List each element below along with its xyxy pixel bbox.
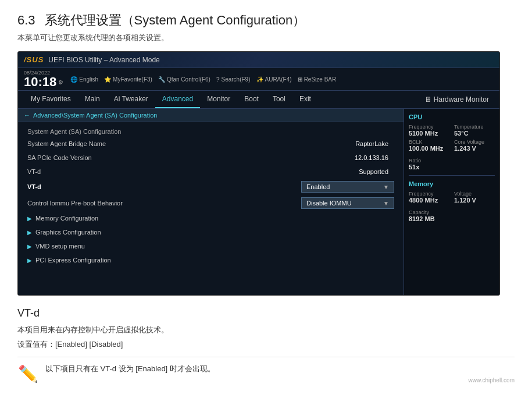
memory-stats-grid: Frequency 4800 MHz Voltage 1.120 V — [409, 191, 495, 204]
iommu-label: Control Iommu Pre-boot Behavior — [27, 200, 144, 207]
menu-row-pcie-version: SA PCIe Code Version 12.0.133.16 — [18, 151, 404, 165]
nav-boot[interactable]: Boot — [237, 91, 266, 108]
bridge-name-value: RaptorLake — [355, 140, 394, 147]
iommu-dropdown[interactable]: Disable IOMMU ▼ — [301, 197, 394, 209]
cpu-ratio-container: Ratio 51x — [409, 158, 495, 170]
mem-voltage-value: 1.120 V — [454, 197, 495, 204]
vtd-info-label: VT-d — [27, 168, 144, 175]
breadcrumb: ← Advanced\System Agent (SA) Configurati… — [18, 109, 404, 122]
menu-section-title: System Agent (SA) Configuration — [18, 125, 404, 137]
nav-ai-tweaker[interactable]: Ai Tweaker — [107, 91, 155, 108]
bios-title-text: UEFI BIOS Utility – Advanced Mode — [48, 56, 159, 64]
nav-exit[interactable]: Exit — [292, 91, 318, 108]
menu-row-vtd-dropdown: VT-d Enabled ▼ — [18, 179, 404, 195]
nav-tool[interactable]: Tool — [266, 91, 292, 108]
watermark: www.chiphell.com — [469, 377, 515, 383]
note-pen-icon: ✏️ — [17, 364, 38, 383]
bios-info-aura[interactable]: ✨ AURA(F4) — [256, 76, 292, 83]
cpu-temp-label: Temperature — [454, 124, 495, 130]
bios-navbar: My Favorites Main Ai Tweaker Advanced Mo… — [18, 91, 499, 109]
mem-freq-label: Frequency — [409, 191, 449, 197]
expandable-graphics[interactable]: ▶ Graphics Configuration — [18, 225, 404, 239]
hw-divider — [409, 175, 495, 176]
expandable-memory[interactable]: ▶ Memory Configuration — [18, 211, 404, 225]
expandable-pci-label: PCI Express Configuration — [35, 257, 111, 264]
vtd-dropdown-value: Enabled — [306, 183, 330, 190]
hw-monitor-nav-label: 🖥 Hardware Monitor — [420, 91, 494, 108]
description-text2: 设置值有：[Enabled] [Disabled] — [17, 339, 515, 351]
menu-row-bridge-name: System Agent Bridge Name RaptorLake — [18, 137, 404, 151]
cpu-ratio-label: Ratio — [409, 158, 495, 164]
breadcrumb-arrow: ← — [24, 112, 30, 119]
bios-info-english[interactable]: 🌐 English — [70, 76, 98, 83]
bios-time: 10:18 — [24, 76, 56, 88]
nav-my-favorites[interactable]: My Favorites — [24, 91, 78, 108]
bios-content: ← Advanced\System Agent (SA) Configurati… — [18, 109, 499, 295]
bios-left-panel: ← Advanced\System Agent (SA) Configurati… — [18, 109, 404, 295]
description-title: VT-d — [17, 307, 515, 319]
note-text: 以下项目只有在 VT-d 设为 [Enabled] 时才会出现。 — [45, 363, 215, 375]
section-subtitle: 本菜单可让您更改系统代理的各项相关设置。 — [17, 33, 515, 43]
expandable-graphics-label: Graphics Configuration — [35, 229, 101, 236]
section-title: 系统代理设置（System Agent Configuration） — [45, 12, 306, 29]
bridge-name-label: System Agent Bridge Name — [27, 140, 144, 147]
expandable-vmd-label: VMD setup menu — [35, 243, 85, 250]
cpu-temp-value: 53°C — [454, 130, 495, 137]
bios-infobar: 08/24/2022 10:18 ⚙ 🌐 English ⭐ MyFavorit… — [18, 68, 499, 91]
hw-monitor-panel: CPU Frequency 5100 MHz Temperature 53°C … — [404, 109, 499, 295]
star-icon: ⭐ — [104, 76, 111, 83]
menu-row-vtd-info: VT-d Supported — [18, 165, 404, 179]
expand-icon-pci: ▶ — [27, 257, 32, 264]
bios-time-gear-icon: ⚙ — [58, 79, 63, 86]
mem-capacity-label: Capacity — [409, 209, 495, 215]
aura-icon: ✨ — [256, 76, 263, 83]
expand-icon-vmd: ▶ — [27, 243, 32, 250]
breadcrumb-path: Advanced\System Agent (SA) Configuration — [33, 112, 157, 119]
cpu-bclk-value: 100.00 MHz — [409, 145, 449, 152]
mem-freq-value: 4800 MHz — [409, 197, 449, 204]
bios-info-items: 🌐 English ⭐ MyFavorite(F3) 🔧 Qfan Contro… — [70, 76, 494, 83]
nav-main[interactable]: Main — [78, 91, 107, 108]
cpu-ratio-value: 51x — [409, 164, 495, 170]
search-icon: ? — [216, 76, 220, 83]
section-number: 6.3 — [17, 13, 35, 28]
vtd-dropdown[interactable]: Enabled ▼ — [301, 181, 394, 193]
iommu-dropdown-value: Disable IOMMU — [306, 200, 352, 207]
bios-info-search[interactable]: ? Search(F9) — [216, 76, 251, 83]
nav-monitor[interactable]: Monitor — [200, 91, 237, 108]
bios-logo: /SUS — [24, 55, 44, 64]
menu-row-iommu: Control Iommu Pre-boot Behavior Disable … — [18, 195, 404, 211]
mem-capacity-value: 8192 MB — [409, 215, 495, 222]
nav-advanced[interactable]: Advanced — [155, 91, 200, 108]
description-text1: 本项目用来在内存控制中心开启虚拟化技术。 — [17, 324, 515, 336]
bios-titlebar: /SUS UEFI BIOS Utility – Advanced Mode — [18, 52, 499, 68]
mem-capacity-container: Capacity 8192 MB — [409, 209, 495, 222]
pcie-version-label: SA PCIe Code Version — [27, 154, 144, 161]
cpu-freq-label: Frequency — [409, 124, 449, 130]
bios-menu: System Agent (SA) Configuration System A… — [18, 122, 404, 269]
bios-datetime: 08/24/2022 10:18 ⚙ — [24, 70, 63, 88]
pcie-version-value: 12.0.133.16 — [355, 154, 394, 161]
cpu-corevolt-value: 1.243 V — [454, 145, 495, 152]
cpu-section-title: CPU — [409, 113, 495, 120]
bios-info-resizebar[interactable]: ⊞ ReSize BAR — [298, 76, 337, 83]
globe-icon: 🌐 — [70, 76, 77, 83]
expandable-vmd[interactable]: ▶ VMD setup menu — [18, 239, 404, 253]
expandable-pci-express[interactable]: ▶ PCI Express Configuration — [18, 253, 404, 267]
qfan-icon: 🔧 — [158, 76, 165, 83]
iommu-dropdown-arrow-icon: ▼ — [383, 200, 389, 207]
note-box: ✏️ 以下项目只有在 VT-d 设为 [Enabled] 时才会出现。 www.… — [17, 357, 515, 383]
vtd-dropdown-arrow-icon: ▼ — [383, 184, 389, 190]
expandable-memory-label: Memory Configuration — [35, 215, 98, 222]
vtd-dropdown-label: VT-d — [27, 183, 144, 190]
cpu-freq-value: 5100 MHz — [409, 130, 449, 137]
expand-icon-graphics: ▶ — [27, 229, 32, 236]
cpu-bclk-label: BCLK — [409, 139, 449, 145]
bios-info-qfan[interactable]: 🔧 Qfan Control(F6) — [158, 76, 210, 83]
description-section: VT-d 本项目用来在内存控制中心开启虚拟化技术。 设置值有：[Enabled]… — [17, 307, 515, 383]
monitor-icon: 🖥 — [424, 95, 431, 104]
bios-info-myfavorite[interactable]: ⭐ MyFavorite(F3) — [104, 76, 152, 83]
expand-icon-memory: ▶ — [27, 215, 32, 222]
bios-window: /SUS UEFI BIOS Utility – Advanced Mode 0… — [17, 51, 500, 296]
cpu-corevolt-label: Core Voltage — [454, 139, 495, 145]
